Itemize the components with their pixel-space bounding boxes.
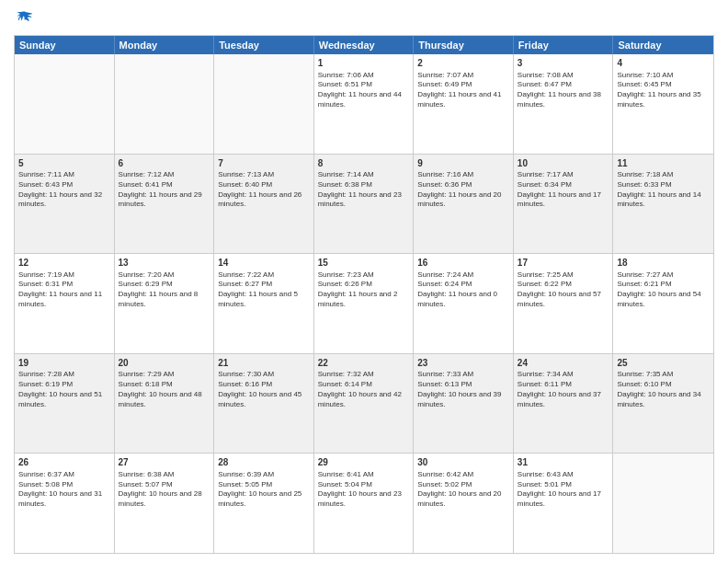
day-info: Sunrise: 7:19 AM Sunset: 6:31 PM Dayligh… <box>18 270 110 310</box>
day-info: Sunrise: 7:23 AM Sunset: 6:26 PM Dayligh… <box>318 270 410 310</box>
calendar-day-13: 13Sunrise: 7:20 AM Sunset: 6:29 PM Dayli… <box>115 254 215 353</box>
day-info: Sunrise: 7:07 AM Sunset: 6:49 PM Dayligh… <box>417 71 509 110</box>
day-info: Sunrise: 6:42 AM Sunset: 5:02 PM Dayligh… <box>417 470 509 510</box>
day-number: 22 <box>318 357 410 370</box>
day-number: 18 <box>617 257 710 270</box>
calendar-day-30: 30Sunrise: 6:42 AM Sunset: 5:02 PM Dayli… <box>414 454 514 553</box>
day-info: Sunrise: 7:32 AM Sunset: 6:14 PM Dayligh… <box>318 370 410 409</box>
day-info: Sunrise: 6:38 AM Sunset: 5:07 PM Dayligh… <box>119 470 210 510</box>
calendar: SundayMondayTuesdayWednesdayThursdayFrid… <box>14 35 714 554</box>
day-number: 26 <box>18 456 110 469</box>
day-number: 27 <box>119 456 210 469</box>
calendar-day-7: 7Sunrise: 7:13 AM Sunset: 6:40 PM Daylig… <box>214 155 314 254</box>
day-number: 2 <box>417 57 509 70</box>
calendar-day-24: 24Sunrise: 7:34 AM Sunset: 6:11 PM Dayli… <box>514 354 614 454</box>
day-number: 25 <box>617 357 710 370</box>
calendar-header-tuesday: Tuesday <box>214 36 314 54</box>
calendar-header: SundayMondayTuesdayWednesdayThursdayFrid… <box>15 36 713 54</box>
day-info: Sunrise: 7:30 AM Sunset: 6:16 PM Dayligh… <box>218 370 310 409</box>
calendar-day-17: 17Sunrise: 7:25 AM Sunset: 6:22 PM Dayli… <box>514 254 614 353</box>
calendar-day-27: 27Sunrise: 6:38 AM Sunset: 5:07 PM Dayli… <box>115 454 215 553</box>
day-info: Sunrise: 7:12 AM Sunset: 6:41 PM Dayligh… <box>119 170 210 210</box>
day-number: 6 <box>119 157 210 170</box>
calendar-header-friday: Friday <box>514 36 614 54</box>
page: SundayMondayTuesdayWednesdayThursdayFrid… <box>0 0 728 563</box>
day-number: 10 <box>518 157 609 170</box>
day-info: Sunrise: 6:39 AM Sunset: 5:05 PM Dayligh… <box>218 470 310 510</box>
day-info: Sunrise: 7:13 AM Sunset: 6:40 PM Dayligh… <box>218 170 310 210</box>
day-number: 1 <box>318 57 410 70</box>
calendar-empty-cell <box>613 454 713 553</box>
logo <box>14 9 34 28</box>
calendar-day-2: 2Sunrise: 7:07 AM Sunset: 6:49 PM Daylig… <box>414 54 514 154</box>
day-info: Sunrise: 7:24 AM Sunset: 6:24 PM Dayligh… <box>417 270 509 310</box>
day-info: Sunrise: 7:27 AM Sunset: 6:21 PM Dayligh… <box>617 270 710 310</box>
calendar-body: 1Sunrise: 7:06 AM Sunset: 6:51 PM Daylig… <box>15 54 713 553</box>
day-number: 29 <box>318 456 410 469</box>
calendar-week-3: 12Sunrise: 7:19 AM Sunset: 6:31 PM Dayli… <box>15 254 713 354</box>
day-number: 21 <box>218 357 310 370</box>
day-info: Sunrise: 7:22 AM Sunset: 6:27 PM Dayligh… <box>218 270 310 310</box>
calendar-week-5: 26Sunrise: 6:37 AM Sunset: 5:08 PM Dayli… <box>15 454 713 553</box>
day-number: 30 <box>417 456 509 469</box>
calendar-day-31: 31Sunrise: 6:43 AM Sunset: 5:01 PM Dayli… <box>514 454 614 553</box>
calendar-header-thursday: Thursday <box>414 36 514 54</box>
day-info: Sunrise: 7:18 AM Sunset: 6:33 PM Dayligh… <box>617 170 710 210</box>
calendar-day-8: 8Sunrise: 7:14 AM Sunset: 6:38 PM Daylig… <box>314 155 415 254</box>
day-info: Sunrise: 7:25 AM Sunset: 6:22 PM Dayligh… <box>518 270 609 310</box>
calendar-day-3: 3Sunrise: 7:08 AM Sunset: 6:47 PM Daylig… <box>514 54 614 154</box>
logo-bird-icon <box>16 9 34 28</box>
calendar-header-saturday: Saturday <box>613 36 713 54</box>
calendar-header-sunday: Sunday <box>15 36 115 54</box>
calendar-day-18: 18Sunrise: 7:27 AM Sunset: 6:21 PM Dayli… <box>613 254 713 353</box>
day-number: 23 <box>417 357 509 370</box>
day-number: 19 <box>18 357 110 370</box>
calendar-week-1: 1Sunrise: 7:06 AM Sunset: 6:51 PM Daylig… <box>15 54 713 155</box>
calendar-day-19: 19Sunrise: 7:28 AM Sunset: 6:19 PM Dayli… <box>15 354 115 454</box>
day-info: Sunrise: 7:29 AM Sunset: 6:18 PM Dayligh… <box>119 370 210 409</box>
calendar-empty-cell <box>15 54 115 154</box>
day-number: 12 <box>18 257 110 270</box>
day-number: 20 <box>119 357 210 370</box>
calendar-day-15: 15Sunrise: 7:23 AM Sunset: 6:26 PM Dayli… <box>314 254 415 353</box>
calendar-week-4: 19Sunrise: 7:28 AM Sunset: 6:19 PM Dayli… <box>15 354 713 454</box>
day-info: Sunrise: 7:34 AM Sunset: 6:11 PM Dayligh… <box>518 370 609 409</box>
day-number: 24 <box>518 357 609 370</box>
calendar-day-21: 21Sunrise: 7:30 AM Sunset: 6:16 PM Dayli… <box>214 354 314 454</box>
calendar-day-29: 29Sunrise: 6:41 AM Sunset: 5:04 PM Dayli… <box>314 454 415 553</box>
calendar-day-12: 12Sunrise: 7:19 AM Sunset: 6:31 PM Dayli… <box>15 254 115 353</box>
day-info: Sunrise: 7:16 AM Sunset: 6:36 PM Dayligh… <box>417 170 509 210</box>
day-number: 13 <box>119 257 210 270</box>
day-number: 28 <box>218 456 310 469</box>
day-info: Sunrise: 6:43 AM Sunset: 5:01 PM Dayligh… <box>518 470 609 510</box>
day-info: Sunrise: 7:06 AM Sunset: 6:51 PM Dayligh… <box>318 71 410 110</box>
day-info: Sunrise: 7:17 AM Sunset: 6:34 PM Dayligh… <box>518 170 609 210</box>
calendar-header-wednesday: Wednesday <box>314 36 415 54</box>
calendar-day-9: 9Sunrise: 7:16 AM Sunset: 6:36 PM Daylig… <box>414 155 514 254</box>
day-info: Sunrise: 7:20 AM Sunset: 6:29 PM Dayligh… <box>119 270 210 310</box>
day-number: 9 <box>417 157 509 170</box>
calendar-day-16: 16Sunrise: 7:24 AM Sunset: 6:24 PM Dayli… <box>414 254 514 353</box>
day-info: Sunrise: 7:33 AM Sunset: 6:13 PM Dayligh… <box>417 370 509 409</box>
calendar-day-6: 6Sunrise: 7:12 AM Sunset: 6:41 PM Daylig… <box>115 155 215 254</box>
calendar-empty-cell <box>115 54 215 154</box>
day-number: 3 <box>518 57 609 70</box>
day-info: Sunrise: 6:37 AM Sunset: 5:08 PM Dayligh… <box>18 470 110 510</box>
calendar-day-23: 23Sunrise: 7:33 AM Sunset: 6:13 PM Dayli… <box>414 354 514 454</box>
calendar-day-10: 10Sunrise: 7:17 AM Sunset: 6:34 PM Dayli… <box>514 155 614 254</box>
calendar-header-monday: Monday <box>115 36 215 54</box>
day-number: 5 <box>18 157 110 170</box>
day-number: 17 <box>518 257 609 270</box>
calendar-day-5: 5Sunrise: 7:11 AM Sunset: 6:43 PM Daylig… <box>15 155 115 254</box>
day-info: Sunrise: 7:28 AM Sunset: 6:19 PM Dayligh… <box>18 370 110 409</box>
calendar-day-22: 22Sunrise: 7:32 AM Sunset: 6:14 PM Dayli… <box>314 354 415 454</box>
calendar-empty-cell <box>214 54 314 154</box>
day-number: 14 <box>218 257 310 270</box>
calendar-day-28: 28Sunrise: 6:39 AM Sunset: 5:05 PM Dayli… <box>214 454 314 553</box>
header <box>14 9 714 28</box>
day-info: Sunrise: 6:41 AM Sunset: 5:04 PM Dayligh… <box>318 470 410 510</box>
day-number: 11 <box>617 157 710 170</box>
day-number: 15 <box>318 257 410 270</box>
calendar-day-14: 14Sunrise: 7:22 AM Sunset: 6:27 PM Dayli… <box>214 254 314 353</box>
day-info: Sunrise: 7:10 AM Sunset: 6:45 PM Dayligh… <box>617 71 710 110</box>
